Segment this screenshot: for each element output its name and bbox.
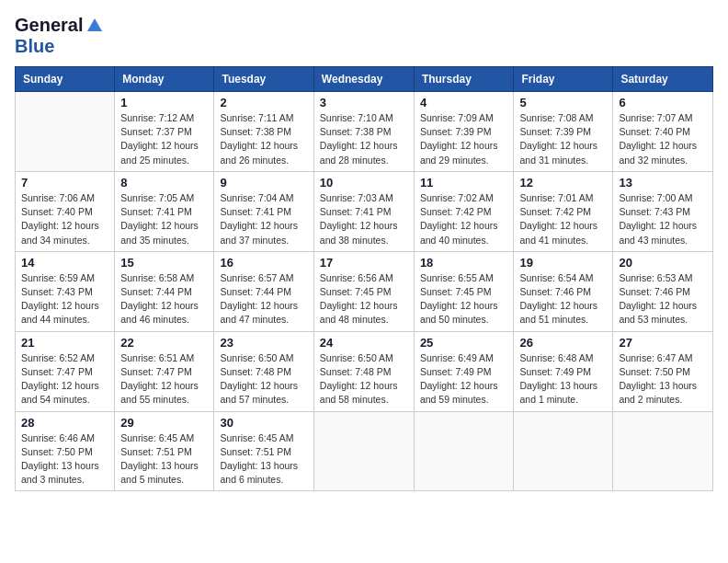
day-number: 22 [120,336,208,350]
weekday-header: Friday [514,67,613,92]
calendar-cell: 23Sunrise: 6:50 AM Sunset: 7:48 PM Dayli… [214,331,313,411]
calendar-cell: 12Sunrise: 7:01 AM Sunset: 7:42 PM Dayli… [514,171,613,251]
calendar-cell: 24Sunrise: 6:50 AM Sunset: 7:48 PM Dayli… [313,331,414,411]
day-number: 16 [220,256,307,270]
day-info: Sunrise: 6:45 AM Sunset: 7:51 PM Dayligh… [220,431,307,488]
calendar-week-row: 28Sunrise: 6:46 AM Sunset: 7:50 PM Dayli… [16,411,713,491]
calendar-cell: 15Sunrise: 6:58 AM Sunset: 7:44 PM Dayli… [115,251,214,331]
calendar-cell: 10Sunrise: 7:03 AM Sunset: 7:41 PM Dayli… [313,171,414,251]
calendar-cell: 18Sunrise: 6:55 AM Sunset: 7:45 PM Dayli… [414,251,514,331]
day-info: Sunrise: 6:50 AM Sunset: 7:48 PM Dayligh… [220,351,307,408]
calendar-cell: 27Sunrise: 6:47 AM Sunset: 7:50 PM Dayli… [613,331,713,411]
day-number: 14 [21,256,108,270]
day-info: Sunrise: 6:56 AM Sunset: 7:45 PM Dayligh… [320,271,408,327]
calendar-cell [313,411,414,491]
logo: General Blue [15,15,102,57]
calendar-cell: 6Sunrise: 7:07 AM Sunset: 7:40 PM Daylig… [613,92,713,172]
day-info: Sunrise: 7:06 AM Sunset: 7:40 PM Dayligh… [21,191,108,247]
day-info: Sunrise: 6:48 AM Sunset: 7:49 PM Dayligh… [519,351,607,408]
day-info: Sunrise: 6:54 AM Sunset: 7:46 PM Dayligh… [519,271,607,327]
day-number: 28 [21,416,108,430]
day-number: 3 [320,96,408,109]
weekday-header: Saturday [613,67,713,92]
logo-general-text: General [15,15,83,36]
calendar-cell: 29Sunrise: 6:45 AM Sunset: 7:51 PM Dayli… [115,411,214,491]
day-info: Sunrise: 7:07 AM Sunset: 7:40 PM Dayligh… [619,111,707,167]
weekday-header: Wednesday [313,67,414,92]
day-info: Sunrise: 7:11 AM Sunset: 7:38 PM Dayligh… [220,111,307,167]
day-number: 18 [420,256,508,270]
day-info: Sunrise: 7:05 AM Sunset: 7:41 PM Dayligh… [120,191,208,247]
calendar-cell: 16Sunrise: 6:57 AM Sunset: 7:44 PM Dayli… [214,251,313,331]
day-number: 1 [120,96,208,109]
day-info: Sunrise: 6:47 AM Sunset: 7:50 PM Dayligh… [619,351,707,408]
day-number: 13 [619,176,707,190]
calendar-header-row: SundayMondayTuesdayWednesdayThursdayFrid… [16,67,713,92]
calendar-cell: 5Sunrise: 7:08 AM Sunset: 7:39 PM Daylig… [514,92,613,172]
day-info: Sunrise: 6:52 AM Sunset: 7:47 PM Dayligh… [21,351,108,408]
calendar-week-row: 7Sunrise: 7:06 AM Sunset: 7:40 PM Daylig… [16,171,713,251]
calendar-cell [514,411,613,491]
day-number: 30 [220,416,307,430]
calendar-cell: 14Sunrise: 6:59 AM Sunset: 7:43 PM Dayli… [16,251,115,331]
day-number: 2 [220,96,307,109]
day-number: 9 [220,176,307,190]
calendar-cell [613,411,713,491]
weekday-header: Thursday [414,67,514,92]
calendar-cell: 20Sunrise: 6:53 AM Sunset: 7:46 PM Dayli… [613,251,713,331]
weekday-header: Sunday [16,67,115,92]
calendar-cell [414,411,514,491]
day-info: Sunrise: 6:50 AM Sunset: 7:48 PM Dayligh… [320,351,408,408]
day-number: 19 [519,256,607,270]
weekday-header: Monday [115,67,214,92]
day-info: Sunrise: 7:03 AM Sunset: 7:41 PM Dayligh… [320,191,408,247]
day-number: 5 [519,96,607,109]
day-info: Sunrise: 6:53 AM Sunset: 7:46 PM Dayligh… [619,271,707,327]
day-number: 7 [21,176,108,190]
svg-marker-0 [87,18,102,31]
calendar-cell: 7Sunrise: 7:06 AM Sunset: 7:40 PM Daylig… [16,171,115,251]
day-info: Sunrise: 7:08 AM Sunset: 7:39 PM Dayligh… [519,111,607,167]
day-info: Sunrise: 6:51 AM Sunset: 7:47 PM Dayligh… [120,351,208,408]
calendar-cell: 28Sunrise: 6:46 AM Sunset: 7:50 PM Dayli… [16,411,115,491]
calendar-cell: 22Sunrise: 6:51 AM Sunset: 7:47 PM Dayli… [115,331,214,411]
day-number: 8 [120,176,208,190]
day-info: Sunrise: 6:55 AM Sunset: 7:45 PM Dayligh… [420,271,508,327]
day-number: 23 [220,336,307,350]
day-info: Sunrise: 7:00 AM Sunset: 7:43 PM Dayligh… [619,191,707,247]
calendar-cell: 8Sunrise: 7:05 AM Sunset: 7:41 PM Daylig… [115,171,214,251]
calendar-cell: 17Sunrise: 6:56 AM Sunset: 7:45 PM Dayli… [313,251,414,331]
day-info: Sunrise: 6:58 AM Sunset: 7:44 PM Dayligh… [120,271,208,327]
calendar-week-row: 14Sunrise: 6:59 AM Sunset: 7:43 PM Dayli… [16,251,713,331]
day-info: Sunrise: 7:04 AM Sunset: 7:41 PM Dayligh… [220,191,307,247]
day-info: Sunrise: 7:12 AM Sunset: 7:37 PM Dayligh… [120,111,208,167]
calendar-cell: 4Sunrise: 7:09 AM Sunset: 7:39 PM Daylig… [414,92,514,172]
day-number: 11 [420,176,508,190]
day-number: 17 [320,256,408,270]
calendar-week-row: 21Sunrise: 6:52 AM Sunset: 7:47 PM Dayli… [16,331,713,411]
calendar-table: SundayMondayTuesdayWednesdayThursdayFrid… [15,66,713,491]
logo-triangle-icon [87,18,102,35]
day-info: Sunrise: 6:45 AM Sunset: 7:51 PM Dayligh… [120,431,208,488]
day-number: 6 [619,96,707,109]
calendar-week-row: 1Sunrise: 7:12 AM Sunset: 7:37 PM Daylig… [16,92,713,172]
day-number: 26 [519,336,607,350]
day-info: Sunrise: 6:46 AM Sunset: 7:50 PM Dayligh… [21,431,108,488]
day-number: 15 [120,256,208,270]
day-info: Sunrise: 6:49 AM Sunset: 7:49 PM Dayligh… [420,351,508,408]
day-number: 24 [320,336,408,350]
day-info: Sunrise: 7:02 AM Sunset: 7:42 PM Dayligh… [420,191,508,247]
logo-blue-text: Blue [15,36,54,56]
day-number: 20 [619,256,707,270]
day-number: 4 [420,96,508,109]
day-number: 10 [320,176,408,190]
calendar-cell: 25Sunrise: 6:49 AM Sunset: 7:49 PM Dayli… [414,331,514,411]
calendar-cell: 11Sunrise: 7:02 AM Sunset: 7:42 PM Dayli… [414,171,514,251]
day-number: 12 [519,176,607,190]
day-number: 25 [420,336,508,350]
day-number: 29 [120,416,208,430]
day-number: 21 [21,336,108,350]
calendar-cell: 30Sunrise: 6:45 AM Sunset: 7:51 PM Dayli… [214,411,313,491]
calendar-cell: 21Sunrise: 6:52 AM Sunset: 7:47 PM Dayli… [16,331,115,411]
calendar-cell: 13Sunrise: 7:00 AM Sunset: 7:43 PM Dayli… [613,171,713,251]
